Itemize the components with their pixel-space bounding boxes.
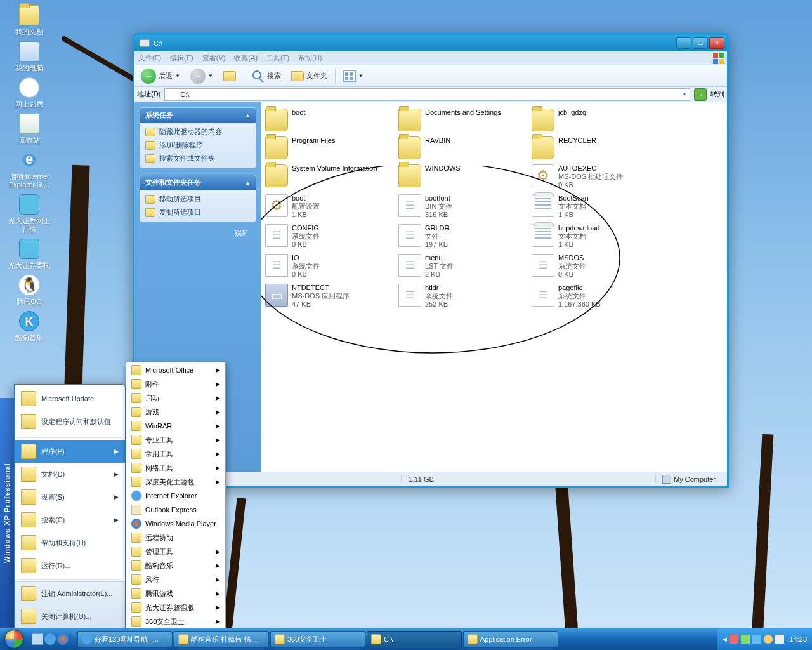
start-button[interactable] — [0, 628, 28, 650]
task-link[interactable]: 隐藏此驱动器的内容 — [140, 125, 256, 138]
desktop-icon[interactable]: 光大证券委托 — [5, 239, 53, 270]
submenu-item[interactable]: 常用工具▶ — [126, 447, 225, 461]
file-item[interactable]: RECYCLER — [529, 134, 662, 162]
menu-item[interactable]: 工具(T) — [266, 53, 289, 63]
tray-icon[interactable] — [764, 635, 773, 644]
taskbar-button[interactable]: C:\ — [367, 631, 462, 647]
submenu-item[interactable]: WinRAR▶ — [126, 419, 225, 433]
menu-item[interactable]: 编辑(E) — [170, 53, 193, 63]
menu-item[interactable]: 查看(V) — [202, 53, 226, 63]
tray-expand-icon[interactable]: ◀ — [723, 636, 727, 642]
start-menu-item[interactable]: 帮助和支持(H) — [15, 531, 125, 554]
close-button[interactable]: × — [709, 37, 724, 49]
file-item[interactable]: httpdownload文本文档1 KB — [529, 222, 662, 251]
file-item[interactable]: WINDOWS — [396, 162, 529, 192]
forward-button[interactable]: → ▼ — [188, 67, 216, 85]
titlebar[interactable]: C:\ _ □ × — [134, 35, 727, 51]
file-item[interactable]: Program Files — [263, 134, 396, 162]
system-tray[interactable]: ◀ 14:23 — [717, 628, 812, 650]
submenu-item[interactable]: Outlook Express — [126, 503, 225, 517]
submenu-item[interactable]: 管理工具▶ — [126, 545, 225, 559]
file-item[interactable]: menuLST 文件2 KB — [396, 251, 529, 281]
submenu-item[interactable]: Microsoft Office▶ — [126, 363, 225, 377]
submenu-item[interactable]: 远程协助 — [126, 531, 225, 545]
file-item[interactable]: AUTOEXECMS-DOS 批处理文件0 KB — [529, 162, 662, 192]
menu-item[interactable]: 帮助(H) — [298, 53, 322, 63]
panel-header[interactable]: 系统任务 ▲ — [140, 108, 256, 123]
show-desktop-button[interactable] — [32, 633, 43, 645]
file-item[interactable]: IO系统文件0 KB — [263, 251, 396, 281]
tray-icon[interactable] — [775, 635, 784, 644]
quick-launch-wmp[interactable] — [57, 633, 69, 645]
desktop-icon[interactable]: 腾讯QQ — [5, 275, 53, 306]
dropdown-icon[interactable]: ▼ — [175, 73, 180, 79]
file-list[interactable]: bootDocuments and Settingsjcb_gdzqProgra… — [261, 102, 727, 472]
file-item[interactable]: BootScan文本文档1 KB — [529, 192, 662, 222]
file-item[interactable]: RAVBIN — [396, 134, 529, 162]
file-item[interactable]: jcb_gdzq — [529, 106, 662, 134]
address-input[interactable]: C:\ ▼ — [164, 88, 690, 101]
file-item[interactable]: CONFIG系统文件0 KB — [263, 222, 396, 251]
file-item[interactable]: MSDOS系统文件0 KB — [529, 251, 662, 281]
taskbar-button[interactable]: 好看123网址导航--... — [77, 631, 173, 647]
start-menu-item[interactable]: 搜索(C)▶ — [15, 508, 125, 531]
submenu-item[interactable]: Internet Explorer — [126, 489, 225, 503]
dropdown-icon[interactable]: ▼ — [682, 91, 687, 97]
file-item[interactable]: ntldr系统文件252 KB — [396, 281, 529, 311]
programs-menu-item[interactable]: 程序(P) ▶ — [15, 440, 125, 463]
dropdown-icon[interactable]: ▼ — [208, 73, 213, 79]
back-button[interactable]: ← 后退 ▼ — [138, 67, 183, 85]
tray-icon[interactable] — [741, 635, 750, 644]
menu-item[interactable]: 文件(F) — [138, 53, 161, 63]
go-button[interactable]: → — [694, 88, 707, 101]
desktop-icon[interactable]: 回收站 — [5, 114, 53, 145]
views-button[interactable]: ▼ — [341, 69, 366, 83]
submenu-item[interactable]: 腾讯游戏▶ — [126, 587, 225, 600]
tray-icon[interactable] — [730, 635, 738, 644]
desktop-icon[interactable]: 光大证券网上行情 — [5, 194, 53, 234]
desktop-icon[interactable]: 我的电脑 — [5, 41, 53, 72]
file-item[interactable]: NTDETECTMS-DOS 应用程序47 KB — [263, 281, 396, 311]
start-menu-item[interactable]: 设置(S)▶ — [15, 486, 125, 508]
dropdown-icon[interactable]: ▼ — [358, 73, 363, 79]
start-menu-item[interactable]: 文档(D)▶ — [15, 463, 125, 486]
up-button[interactable] — [221, 70, 239, 83]
tray-icon[interactable] — [752, 635, 761, 644]
file-item[interactable]: System Volume Information — [263, 162, 396, 192]
panel-header[interactable]: 文件和文件夹任务 ▲ — [140, 175, 256, 190]
submenu-item[interactable]: 游戏▶ — [126, 405, 225, 419]
submenu-item[interactable]: 酷狗音乐▶ — [126, 559, 225, 573]
submenu-item[interactable]: 深度美化主题包▶ — [126, 475, 225, 489]
submenu-item[interactable]: 风行▶ — [126, 573, 225, 587]
menu-item[interactable]: 收藏(A) — [234, 53, 258, 63]
file-item[interactable]: boot — [263, 106, 396, 134]
submenu-item[interactable]: 光大证券超强版▶ — [126, 600, 225, 614]
start-menu-item[interactable]: Microsoft Update — [15, 387, 125, 410]
submenu-item[interactable]: 启动▶ — [126, 391, 225, 405]
desktop-icon[interactable]: 酷狗音乐 — [5, 311, 53, 342]
task-link[interactable]: 移动所选项目 — [140, 192, 256, 206]
file-item[interactable]: boot配置设置1 KB — [263, 192, 396, 222]
desktop-icon[interactable]: 我的文档 — [5, 5, 53, 36]
taskbar-button[interactable]: 酷狗音乐 杜德伟-情... — [174, 631, 269, 647]
file-item[interactable]: Documents and Settings — [396, 106, 529, 134]
clock[interactable]: 14:23 — [789, 635, 807, 643]
start-menu-item[interactable]: 设定程序访问和默认值 — [15, 410, 125, 433]
task-link[interactable]: 搜索文件或文件夹 — [140, 152, 256, 165]
search-button[interactable]: 搜索 — [249, 69, 284, 83]
taskbar-button[interactable]: 360安全卫士 — [270, 631, 365, 647]
task-link[interactable]: 添加/删除程序 — [140, 138, 256, 152]
submenu-item[interactable]: 附件▶ — [126, 377, 225, 391]
submenu-item[interactable]: 360安全卫士▶ — [126, 614, 225, 628]
start-menu-item[interactable]: 关闭计算机(U)... — [15, 605, 125, 628]
submenu-item[interactable]: Windows Media Player — [126, 517, 225, 531]
start-menu-item[interactable]: 运行(R)... — [15, 554, 125, 577]
task-link[interactable]: 复制所选项目 — [140, 206, 256, 219]
file-item[interactable]: bootfontBIN 文件316 KB — [396, 192, 529, 222]
desktop-icon[interactable]: 网上邻居 — [5, 77, 53, 109]
file-item[interactable]: GRLDR文件197 KB — [396, 222, 529, 251]
minimize-button[interactable]: _ — [676, 37, 691, 49]
submenu-item[interactable]: 网络工具▶ — [126, 461, 225, 475]
submenu-item[interactable]: 专业工具▶ — [126, 433, 225, 447]
maximize-button[interactable]: □ — [693, 37, 708, 49]
